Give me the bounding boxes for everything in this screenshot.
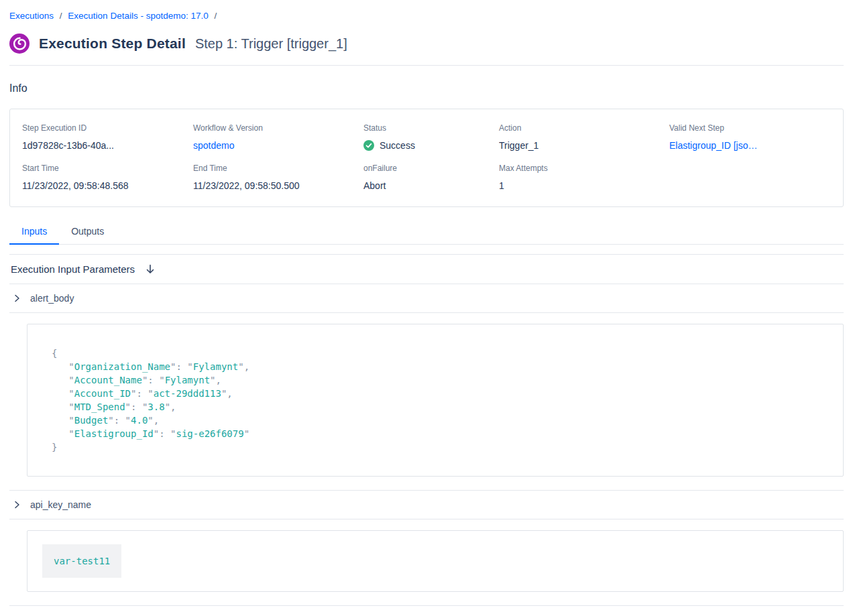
field-label: Action [499,123,669,133]
page-header: Execution Step Detail Step 1: Trigger [t… [9,34,844,54]
breadcrumb-link-executions[interactable]: Executions [9,11,54,21]
field-label: Step Execution ID [22,123,193,133]
field-value: 11/23/2022, 09:58:48.568 [22,180,193,191]
field-label: Start Time [22,164,193,173]
alert-body-json-code: { "Organization_Name": "Fylamynt", "Acco… [52,347,819,454]
param-name: api_key_name [30,499,91,510]
field-max-attempts: Max Attempts 1 [499,164,669,191]
workflow-link[interactable]: spotdemo [193,140,363,151]
field-workflow-version: Workflow & Version spotdemo [193,123,363,151]
breadcrumb: Executions / Execution Details - spotdem… [9,11,844,21]
status-value: Success [363,140,499,151]
tab-inputs[interactable]: Inputs [9,221,59,244]
param-row-api-key-name[interactable]: api_key_name [9,490,844,519]
execution-input-parameters-header: Execution Input Parameters [9,254,844,284]
chevron-right-icon [12,500,21,509]
field-label: Status [363,123,499,133]
api-key-name-value-token: var-test11 [42,544,121,578]
alert-body-content-box: { "Organization_Name": "Fylamynt", "Acco… [27,324,844,477]
param-name: alert_body [30,293,74,304]
field-value: 11/23/2022, 09:58:50.500 [193,180,363,191]
fylamynt-swirl-icon [9,34,30,54]
api-key-name-content-box: var-test11 [27,530,844,592]
param-row-alert-body[interactable]: alert_body [9,284,844,313]
inputs-outputs-tabs: Inputs Outputs [9,221,844,245]
field-label: Valid Next Step [669,123,831,133]
field-value: 1d97828c-13b6-40a... [22,140,193,151]
breadcrumb-separator: / [60,11,62,21]
field-value: Trigger_1 [499,140,669,151]
header-divider [9,65,844,66]
field-label: onFailure [363,164,499,173]
arrow-down-icon[interactable] [145,263,156,275]
field-step-execution-id: Step Execution ID 1d97828c-13b6-40a... [22,123,193,151]
breadcrumb-link-execution-details[interactable]: Execution Details - spotdemo: 17.0 [68,11,208,21]
field-action: Action Trigger_1 [499,123,669,151]
info-card: Step Execution ID 1d97828c-13b6-40a... W… [9,109,844,207]
field-label: Max Attempts [499,164,669,173]
field-value: 1 [499,180,669,191]
execution-input-parameters-title: Execution Input Parameters [11,263,135,275]
breadcrumb-separator: / [214,11,217,21]
param-row-api-key-value[interactable]: api_key_value [9,605,844,616]
info-section-heading: Info [9,82,844,95]
chevron-right-icon [12,294,21,303]
execution-step-detail-page: Executions / Execution Details - spotdem… [0,0,853,616]
valid-next-step-link[interactable]: Elastigroup_ID [jso… [669,140,831,151]
field-on-failure: onFailure Abort [363,164,499,191]
field-status: Status Success [363,123,499,151]
success-check-icon [363,140,374,151]
page-subtitle: Step 1: Trigger [trigger_1] [195,36,347,52]
field-end-time: End Time 11/23/2022, 09:58:50.500 [193,164,363,191]
field-valid-next-step: Valid Next Step Elastigroup_ID [jso… [669,123,831,151]
field-start-time: Start Time 11/23/2022, 09:58:48.568 [22,164,193,191]
field-label: Workflow & Version [193,123,363,133]
page-title: Execution Step Detail [39,36,186,52]
field-value: Abort [363,180,499,191]
status-text: Success [380,140,415,151]
tab-outputs[interactable]: Outputs [59,221,116,244]
field-label: End Time [193,164,363,173]
